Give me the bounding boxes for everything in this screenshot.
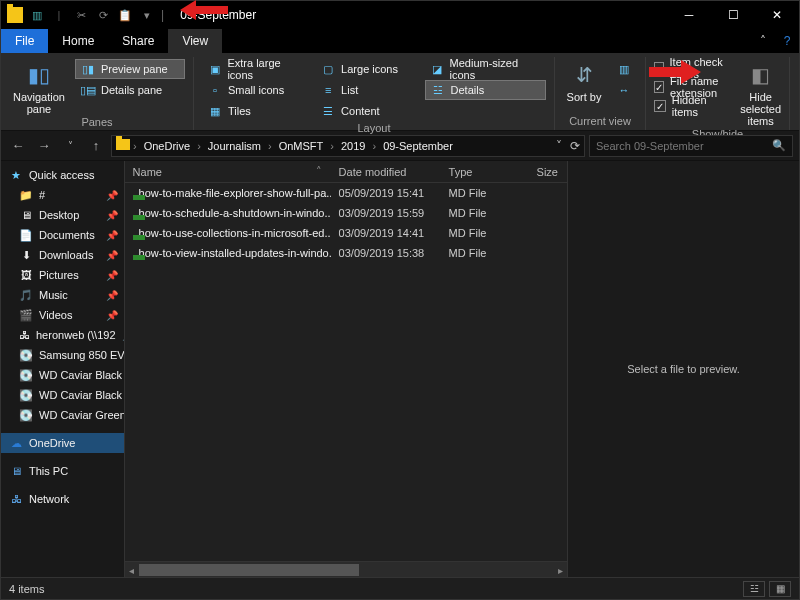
breadcrumb-item[interactable]: OneDrive (140, 140, 194, 152)
sidebar-onedrive[interactable]: ☁OneDrive (1, 433, 124, 453)
group-panes: ▮▯ Navigation pane ▯▮Preview pane ▯▤Deta… (1, 57, 194, 130)
address-dropdown-icon[interactable]: ˅ (556, 139, 562, 153)
pin-icon: 📌 (106, 230, 120, 241)
details-pane-label: Details pane (101, 84, 162, 96)
ribbon-collapse-icon[interactable]: ˄ (751, 29, 775, 53)
column-date[interactable]: Date modified (331, 166, 441, 178)
preview-pane-label: Preview pane (101, 63, 168, 75)
sidebar-item[interactable]: 📄Documents📌 (1, 225, 124, 245)
file-list: Name˄ Date modified Type Size how-to-mak… (125, 161, 567, 577)
add-columns-button[interactable]: ▥ (611, 59, 637, 79)
sidebar-this-pc[interactable]: 🖥This PC (1, 461, 124, 481)
horizontal-scrollbar[interactable]: ◂ ▸ (125, 561, 567, 577)
tab-share[interactable]: Share (108, 29, 168, 53)
columns-icon: ▥ (617, 62, 631, 76)
breadcrumb-item[interactable]: 09-September (379, 140, 457, 152)
layout-medium[interactable]: ◪Medium-sized icons (425, 59, 546, 79)
sidebar-item[interactable]: 💽Samsung 850 EV📌 (1, 345, 124, 365)
tiles-icon: ▦ (208, 104, 222, 118)
sort-asc-icon: ˄ (316, 165, 322, 178)
table-row[interactable]: how-to-view-installed-updates-in-windo..… (125, 243, 567, 263)
refresh-icon[interactable]: ⟳ (570, 139, 580, 153)
qat-refresh-icon[interactable]: ⟳ (95, 7, 111, 23)
details-pane-icon: ▯▤ (81, 83, 95, 97)
sidebar-item[interactable]: 📁#📌 (1, 185, 124, 205)
sidebar-item[interactable]: 💽WD Caviar Green📌 (1, 405, 124, 425)
qat-dropdown-icon[interactable]: ▾ (139, 7, 155, 23)
search-input[interactable]: Search 09-September 🔍 (589, 135, 793, 157)
sort-icon: ⇵ (568, 61, 600, 89)
ribbon-tabs: File Home Share View ˄ ? (1, 29, 799, 53)
chevron-right-icon[interactable]: › (267, 140, 273, 152)
column-type[interactable]: Type (441, 166, 529, 178)
check-hidden-items[interactable]: ✓Hidden items (654, 97, 734, 115)
help-icon[interactable]: ? (775, 29, 799, 53)
list-icon: ≡ (321, 83, 335, 97)
sidebar-item[interactable]: 💽WD Caviar Black📌 (1, 385, 124, 405)
column-size[interactable]: Size (529, 166, 567, 178)
size-columns-button[interactable]: ↔ (611, 80, 637, 100)
sidebar-item[interactable]: 🖧heronweb (\\192📌 (1, 325, 124, 345)
table-row[interactable]: how-to-make-file-explorer-show-full-pa..… (125, 183, 567, 203)
pc-icon: 🖥 (9, 464, 23, 478)
layout-content[interactable]: ☰Content (315, 101, 425, 121)
table-row[interactable]: how-to-schedule-a-shutdown-in-windo...03… (125, 203, 567, 223)
search-icon[interactable]: 🔍 (772, 139, 786, 152)
nav-up-button[interactable]: ↑ (85, 135, 107, 157)
view-large-icons-button[interactable]: ▦ (769, 581, 791, 597)
sidebar-item[interactable]: 🖥Desktop📌 (1, 205, 124, 225)
chevron-right-icon[interactable]: › (371, 140, 377, 152)
layout-tiles[interactable]: ▦Tiles (202, 101, 312, 121)
chevron-right-icon[interactable]: › (196, 140, 202, 152)
network-icon: 🖧 (9, 492, 23, 506)
scroll-right-icon[interactable]: ▸ (553, 562, 567, 578)
scrollbar-thumb[interactable] (139, 564, 359, 576)
sort-by-button[interactable]: ⇵ Sort by (563, 59, 605, 114)
sidebar-network[interactable]: 🖧Network (1, 489, 124, 509)
preview-pane-button[interactable]: ▯▮Preview pane (75, 59, 185, 79)
nav-history-button[interactable]: ˅ (59, 135, 81, 157)
column-name[interactable]: Name˄ (125, 165, 331, 178)
sidebar-item[interactable]: 💽WD Caviar Black📌 (1, 365, 124, 385)
group-options: ☑ Options (790, 57, 800, 130)
breadcrumb-item[interactable]: OnMSFT (275, 140, 328, 152)
tab-home[interactable]: Home (48, 29, 108, 53)
breadcrumb[interactable]: › OneDrive › Journalism › OnMSFT › 2019 … (111, 135, 585, 157)
tab-file[interactable]: File (1, 29, 48, 53)
group-current-view-label: Current view (563, 114, 637, 130)
qat-paste-icon[interactable]: 📋 (117, 7, 133, 23)
item-icon: ⬇ (19, 248, 33, 262)
minimize-button[interactable]: ─ (667, 1, 711, 29)
details-pane-button[interactable]: ▯▤Details pane (75, 80, 185, 100)
layout-extra-large[interactable]: ▣Extra large icons (202, 59, 312, 79)
item-icon: 🖼 (19, 268, 33, 282)
sidebar-item[interactable]: ⬇Downloads📌 (1, 245, 124, 265)
tab-view[interactable]: View (168, 29, 222, 53)
layout-details[interactable]: ☳Details (425, 80, 546, 100)
item-icon: 💽 (19, 368, 33, 382)
maximize-button[interactable]: ☐ (711, 1, 755, 29)
view-details-button[interactable]: ☳ (743, 581, 765, 597)
navigation-pane-button[interactable]: ▮▯ Navigation pane (9, 59, 69, 115)
chevron-right-icon[interactable]: › (329, 140, 335, 152)
sidebar-item[interactable]: 🎵Music📌 (1, 285, 124, 305)
star-icon: ★ (9, 168, 23, 182)
qat-cut-icon[interactable]: ✂ (73, 7, 89, 23)
hide-icon: ◧ (745, 61, 777, 89)
table-row[interactable]: how-to-use-collections-in-microsoft-ed..… (125, 223, 567, 243)
close-button[interactable]: ✕ (755, 1, 799, 29)
layout-list[interactable]: ≡List (315, 80, 425, 100)
chevron-right-icon[interactable]: › (132, 140, 138, 152)
nav-back-button[interactable]: ← (7, 135, 29, 157)
item-icon: 🖥 (19, 208, 33, 222)
sidebar-item[interactable]: 🎬Videos📌 (1, 305, 124, 325)
breadcrumb-item[interactable]: 2019 (337, 140, 369, 152)
hide-selected-button[interactable]: ◧ Hide selecteditems (740, 59, 781, 127)
breadcrumb-item[interactable]: Journalism (204, 140, 265, 152)
scroll-left-icon[interactable]: ◂ (125, 562, 139, 578)
nav-forward-button[interactable]: → (33, 135, 55, 157)
layout-large[interactable]: ▢Large icons (315, 59, 425, 79)
sidebar-quick-access[interactable]: ★Quick access (1, 165, 124, 185)
layout-small[interactable]: ▫Small icons (202, 80, 312, 100)
sidebar-item[interactable]: 🖼Pictures📌 (1, 265, 124, 285)
